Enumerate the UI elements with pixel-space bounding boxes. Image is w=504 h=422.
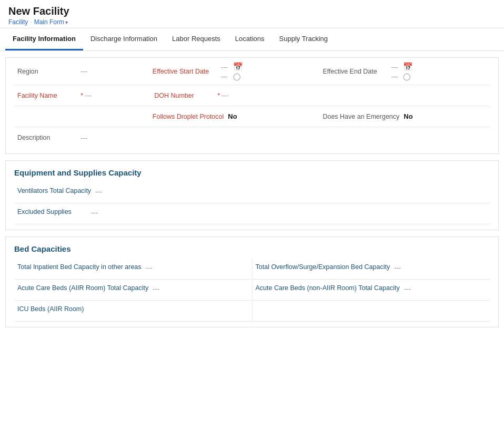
chevron-down-icon: ▾ [65, 19, 68, 25]
effective-end-date-group: --- 📅 --- ◯ [391, 62, 413, 80]
ventilators-cell: Ventilators Total Capacity --- [14, 182, 267, 203]
tab-facility-information[interactable]: Facility Information [5, 28, 83, 50]
tab-content: Region --- Effective Start Date --- 📅 --… [0, 51, 504, 334]
icu-aiir-label: ICU Beds (AIIR Room) [17, 305, 91, 314]
bed-capacities-section: Bed Capacities Total Inpatient Bed Capac… [5, 236, 499, 327]
start-clock-icon[interactable]: ◯ [233, 73, 241, 80]
form-row-3: Follows Droplet Protocol No Does Have an… [14, 106, 490, 127]
facility-info-section: Region --- Effective Start Date --- 📅 --… [5, 57, 499, 154]
facility-name-cell: Facility Name * --- [14, 85, 151, 106]
acute-aiir-cell: Acute Care Beds (AIIR Room) Total Capaci… [14, 280, 253, 300]
inpatient-value[interactable]: --- [146, 263, 153, 272]
start-date-value[interactable]: --- [221, 63, 228, 71]
droplet-protocol-value[interactable]: No [228, 112, 237, 120]
overflow-label: Total Overflow/Surge/Expansion Bed Capac… [256, 263, 395, 272]
start-time-row: --- ◯ [221, 73, 243, 80]
form-row-2: Facility Name * --- DOH Number * --- [14, 85, 490, 106]
end-date-row: --- 📅 [391, 62, 413, 71]
effective-end-date-cell: Effective End Date --- 📅 --- ◯ [319, 58, 490, 85]
excluded-supplies-cell: Excluded Supplies --- [14, 203, 267, 224]
effective-start-date-group: --- 📅 --- ◯ [221, 62, 243, 80]
acute-care-row: Acute Care Beds (AIIR Room) Total Capaci… [14, 280, 490, 301]
tab-locations[interactable]: Locations [228, 28, 272, 50]
inpatient-cell: Total Inpatient Bed Capacity in other ar… [14, 259, 253, 279]
effective-start-date-cell: Effective Start Date --- 📅 --- ◯ [149, 58, 320, 85]
equipment-section-title: Equipment and Supplies Capacity [6, 161, 498, 182]
end-time-row: --- ◯ [391, 73, 413, 80]
excluded-supplies-row: Excluded Supplies --- [14, 203, 490, 224]
overflow-cell: Total Overflow/Surge/Expansion Bed Capac… [253, 259, 490, 279]
doh-number-cell: DOH Number * --- [151, 85, 490, 106]
facility-name-value[interactable]: --- [85, 91, 92, 99]
form-row-1: Region --- Effective Start Date --- 📅 --… [14, 58, 490, 85]
effective-start-date-label: Effective Start Date [153, 68, 221, 75]
bed-form: Total Inpatient Bed Capacity in other ar… [6, 259, 498, 327]
ventilators-label: Ventilators Total Capacity [17, 187, 95, 196]
ventilators-value[interactable]: --- [95, 187, 102, 195]
acute-nonaiir-cell: Acute Care Beds (non-AIIR Room) Total Ca… [253, 280, 490, 300]
equipment-form: Ventilators Total Capacity --- Excluded … [6, 182, 498, 230]
description-value[interactable]: --- [80, 134, 87, 142]
region-cell: Region --- [14, 58, 149, 85]
overflow-value[interactable]: --- [394, 263, 401, 272]
icu-row: ICU Beds (AIIR Room) [14, 301, 490, 322]
breadcrumb: Facility · Main Form ▾ [8, 18, 496, 26]
acute-nonaiir-label: Acute Care Beds (non-AIIR Room) Total Ca… [256, 284, 404, 293]
tab-navigation: Facility Information Discharge Informati… [0, 28, 504, 51]
end-time-value[interactable]: --- [391, 73, 398, 80]
empty-cell [14, 106, 149, 127]
tab-supply-tracking[interactable]: Supply Tracking [272, 28, 336, 50]
description-cell: Description --- [14, 127, 490, 148]
effective-end-date-label: Effective End Date [322, 68, 391, 75]
breadcrumb-facility[interactable]: Facility [8, 18, 28, 26]
description-label: Description [17, 134, 80, 141]
end-calendar-icon[interactable]: 📅 [403, 62, 413, 71]
excluded-supplies-label: Excluded Supplies [17, 208, 91, 217]
bed-section-title: Bed Capacities [6, 237, 498, 259]
end-date-value[interactable]: --- [391, 63, 398, 71]
acute-aiir-label: Acute Care Beds (AIIR Room) Total Capaci… [17, 284, 153, 293]
emergency-cell: Does Have an Emergency No [319, 106, 490, 127]
facility-name-label: Facility Name [17, 92, 80, 99]
start-time-value[interactable]: --- [221, 73, 228, 80]
excluded-supplies-value[interactable]: --- [91, 208, 98, 217]
doh-number-label: DOH Number [154, 92, 217, 99]
start-date-row: --- 📅 [221, 62, 243, 71]
facility-name-required: * [80, 91, 83, 99]
page-header: New Facility Facility · Main Form ▾ [0, 0, 504, 28]
icu-aiir-cell: ICU Beds (AIIR Room) [14, 301, 253, 321]
end-clock-icon[interactable]: ◯ [403, 73, 411, 80]
icu-right-cell [253, 301, 490, 321]
acute-nonaiir-value[interactable]: --- [404, 284, 411, 293]
breadcrumb-mainform[interactable]: Main Form ▾ [34, 18, 68, 26]
droplet-protocol-cell: Follows Droplet Protocol No [149, 106, 320, 127]
emergency-value[interactable]: No [404, 112, 412, 120]
breadcrumb-sep: · [30, 18, 32, 26]
region-label: Region [17, 68, 80, 75]
form-row-4: Description --- [14, 127, 490, 148]
inpatient-label: Total Inpatient Bed Capacity in other ar… [17, 263, 146, 272]
acute-aiir-value[interactable]: --- [153, 284, 159, 293]
tab-discharge-information[interactable]: Discharge Information [83, 28, 165, 50]
region-value[interactable]: --- [80, 67, 87, 75]
tab-labor-requests[interactable]: Labor Requests [165, 28, 228, 50]
emergency-label: Does Have an Emergency [322, 113, 404, 120]
doh-number-value[interactable]: --- [221, 91, 228, 99]
inpatient-overflow-row: Total Inpatient Bed Capacity in other ar… [14, 259, 490, 280]
equipment-section: Equipment and Supplies Capacity Ventilat… [5, 160, 499, 230]
page-title: New Facility [8, 5, 496, 17]
droplet-protocol-label: Follows Droplet Protocol [153, 113, 228, 120]
start-calendar-icon[interactable]: 📅 [233, 62, 243, 71]
facility-info-form: Region --- Effective Start Date --- 📅 --… [6, 58, 498, 153]
ventilators-row: Ventilators Total Capacity --- [14, 182, 490, 203]
doh-number-required: * [217, 91, 220, 99]
